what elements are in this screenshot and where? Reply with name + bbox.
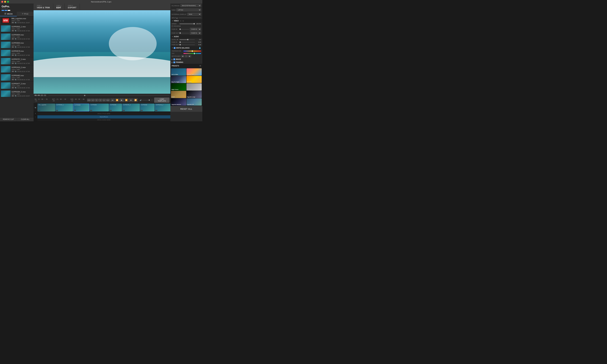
video-fade-in-thumb[interactable]	[179, 29, 181, 30]
audio-fade-out-slider[interactable]	[179, 45, 195, 45]
minimize-button[interactable]	[4, 1, 6, 3]
presets-gear-icon[interactable]: ⚙	[199, 65, 201, 67]
reset-all-button[interactable]: RESET ALL	[170, 106, 202, 112]
reverse-checkbox[interactable]	[172, 25, 173, 27]
playback-select[interactable]: Best (Full Resolution)	[180, 4, 201, 7]
media-item[interactable]: GOPR0304_5.mov1920 x 10802D📷00:00:14:03 …	[0, 90, 34, 98]
audio-fade-in-thumb[interactable]	[179, 41, 181, 43]
video-fade-out-thumb[interactable]	[179, 32, 181, 34]
video-section-header[interactable]: ▼ VIDEO +2 ×2	[170, 19, 202, 23]
title-track-area[interactable]: DRAG TITLE HERE	[37, 112, 170, 115]
media-item[interactable]: GOPR0578.mov1920 x 10802D📷00:00:05:37 47…	[0, 49, 34, 57]
scrubber-track[interactable]	[48, 95, 169, 96]
tab-media[interactable]: 🎬 MEDIA	[0, 12, 17, 16]
keyframe-next-button[interactable]: ▶	[188, 55, 191, 57]
timeline-clip-gopr0502[interactable]: GOPR0502_1FX	[55, 104, 73, 111]
timeline-clip-gopr0578[interactable]: GOPR0578FX	[109, 104, 122, 111]
media-item[interactable]: GOPR0477_3.mov1920 x 10802D📷00:00:20:35 …	[0, 82, 34, 90]
tint-slider[interactable]	[183, 53, 201, 54]
audio-clip[interactable]: MySurfMusic	[37, 115, 170, 118]
maximize-button[interactable]	[7, 1, 9, 3]
preset-4x3[interactable]: 4x3 to Wide	[171, 68, 186, 76]
step-1-name: VIEW & TRIM	[37, 6, 50, 9]
scrubber-thumb[interactable]	[84, 95, 85, 96]
volume-thumb[interactable]	[149, 99, 150, 101]
preset-daynight[interactable]: Day For Night	[171, 76, 186, 83]
video-fade-out-select[interactable]: FADE IN	[190, 32, 201, 35]
video-fade-in-slider[interactable]	[179, 29, 189, 29]
step-forward-button[interactable]: ⏩	[124, 98, 128, 102]
audio-fade-out-thumb[interactable]	[179, 44, 181, 45]
rewind-button[interactable]: ⏮	[110, 98, 115, 102]
loop-button[interactable]: 🔁	[134, 98, 138, 102]
wb-checkbox[interactable]: ✓	[174, 47, 176, 49]
media-item[interactable]: GOPR0502_1.mov1920 x 10802D📷00:00:19:40 …	[0, 25, 34, 33]
split-slider[interactable]	[178, 18, 201, 18]
step-back-button[interactable]: ⏪	[115, 98, 119, 102]
audio-fade-in-slider[interactable]	[179, 42, 195, 42]
step-2[interactable]: STEP 2 EDIT	[53, 3, 65, 10]
temperature-thumb[interactable]	[192, 50, 193, 52]
framing-section-header[interactable]: ▶ ✓ FRAMING	[170, 61, 202, 64]
media-item[interactable]: GOPR0693.mov1920 x 10802D📷00:00:18:42 47…	[0, 41, 34, 49]
media-item[interactable]: MWMW_LogoIntro.mov1920 x 10802D📷00:00:05…	[0, 16, 34, 25]
remove-clip-button[interactable]: REMOVE CLIP	[0, 117, 17, 121]
tint-thumb[interactable]	[194, 53, 195, 54]
load-template-button[interactable]: LOAD TEMPLATE	[154, 98, 169, 103]
preset-candy[interactable]: Candy Color	[187, 68, 202, 76]
timeline-clip-gopr0757[interactable]: GOPR0757_2FX	[122, 104, 140, 111]
audio-level-slider[interactable]	[179, 39, 195, 40]
dur-time: DUR: 00: 00 : 08 :42	[71, 99, 86, 102]
temperature-slider[interactable]	[183, 51, 201, 52]
keyframe-add-button[interactable]: +	[185, 55, 188, 57]
video-fade-out-slider[interactable]	[179, 33, 189, 33]
preset-viglarger[interactable]: Vignette Large	[187, 91, 202, 98]
preset-protune[interactable]: ProTune	[187, 83, 202, 91]
audio-level-thumb[interactable]	[187, 39, 188, 40]
play-button[interactable]: ▶	[120, 98, 124, 102]
clear-all-button[interactable]: CLEAR ALL	[17, 117, 34, 121]
video-fade-in-select[interactable]: FADE IN	[190, 28, 201, 31]
timeline-clip-gopr0693[interactable]: GOPR0693FX	[90, 104, 109, 111]
external-display-select[interactable]: None	[187, 13, 201, 16]
step-1[interactable]: STEP 1 VIEW & TRIM	[34, 3, 53, 10]
prev-clip-button[interactable]: ◁	[91, 99, 95, 102]
fast-forward-button[interactable]: ⏭	[129, 98, 133, 102]
preset-sepia[interactable]: Sepia	[171, 91, 186, 98]
framing-checkbox[interactable]: ✓	[173, 62, 175, 63]
next-frame-button[interactable]: ▷▷	[106, 99, 110, 102]
tab-title[interactable]: T TITLE	[17, 12, 34, 16]
speed-thumb[interactable]	[193, 23, 195, 25]
timeline-clip-gopr0482[interactable]: GOPR0482FX	[140, 104, 154, 111]
media-item[interactable]: GOPR0757_2.mov1920 x 10802D📷00:00:07:44 …	[0, 57, 34, 65]
preset-vigoff[interactable]: Vignette Off	[187, 98, 202, 105]
media-item[interactable]: GOPR0482.mov1920 x 10802D📷00:00:06:16 47…	[0, 73, 34, 82]
step-3[interactable]: STEP 3 EXPORT	[65, 3, 80, 10]
preset-nightvision[interactable]: Night Vision	[171, 83, 186, 91]
video-fade-in-label: FADE IN	[172, 28, 179, 30]
timeline-clip-gopr0694[interactable]: GOPR0694FX	[73, 104, 89, 111]
preset-vigmedium[interactable]: Vignette Medium	[171, 98, 186, 105]
wb-section-header[interactable]: ▼ ✓ WHITE BALANCE 💧	[170, 46, 202, 50]
keyframe-prev-button[interactable]: ◀	[181, 55, 184, 57]
window-controls[interactable]	[1, 1, 9, 3]
image-section-header[interactable]: ▶ ✓ IMAGE	[170, 58, 202, 61]
image-checkbox[interactable]: ✓	[173, 58, 175, 60]
audio-section-header[interactable]: ▼ AUDIO	[170, 35, 202, 38]
mark-out-button[interactable]: ]	[99, 99, 102, 102]
drag-audio-text: DRAG AUDIO HERE	[97, 119, 110, 121]
view-select[interactable]: Left Eye	[177, 8, 201, 11]
speed-slider[interactable]	[179, 24, 195, 24]
eyedropper-button[interactable]: 💧	[199, 47, 201, 49]
timeline-clip-logo[interactable]: MW_LogoIntroFX	[38, 104, 55, 111]
prev-frame-button[interactable]: ◁◁	[87, 99, 91, 102]
volume-slider[interactable]	[142, 100, 150, 100]
mark-in-button[interactable]: [	[95, 99, 98, 102]
next-clip-button[interactable]: ▷	[102, 99, 106, 102]
timeline-clip-gopr2410[interactable]: GOPR2410_2FX	[155, 104, 170, 111]
preset-hotday[interactable]: Hot Day	[187, 76, 202, 83]
close-button[interactable]	[1, 1, 3, 3]
media-item[interactable]: GOPR2410_2.mov1920 x 10802D📷00:00:15:24 …	[0, 65, 34, 73]
fullscreen-button[interactable]: ⛶	[151, 99, 153, 101]
media-item[interactable]: GOPR0694.mov1920 x 10802D📷00:00:14:18 47…	[0, 33, 34, 41]
